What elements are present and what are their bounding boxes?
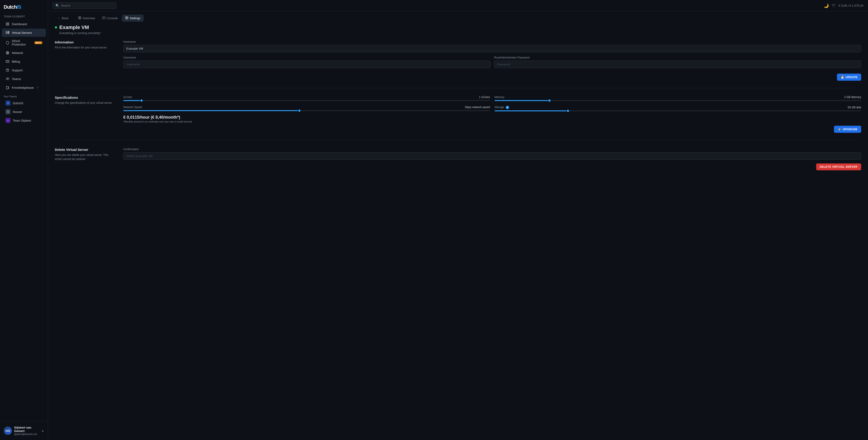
ddos-badge: Beta — [34, 41, 42, 44]
team-avatar-dutchis — [5, 100, 10, 106]
logo: DutchIS — [0, 0, 48, 13]
specs-desc: Change the specifications of your virtua… — [55, 101, 114, 105]
svg-point-13 — [8, 78, 9, 79]
sidebar-item-support[interactable]: Support — [2, 66, 46, 74]
specs-section-info: Specifications Change the specifications… — [55, 95, 114, 133]
price-main: € 0,0115/hour (€ 8,40/month*) — [123, 115, 861, 120]
password-group: Root/Administrator Password — [494, 56, 861, 68]
specifications-section: Specifications Change the specifications… — [55, 95, 861, 133]
svg-rect-17 — [79, 18, 80, 19]
sidebar-item-dashboard[interactable]: Dashboard — [2, 20, 46, 28]
teams-icon — [5, 77, 9, 81]
book-icon — [5, 86, 9, 90]
user-name: Gijsbert van Gemert — [14, 426, 39, 433]
sidebar-item-label: Dashboard — [12, 22, 27, 26]
topbar: 🔍 🌙 🛡 € 0,00 / € 1.075,24 — [48, 0, 868, 11]
avatar: GG — [4, 427, 12, 435]
network-label: Network Speed — [123, 106, 142, 109]
sidebar-bottom: GG Gijsbert van Gemert gijsbert@dutchis.… — [0, 421, 48, 440]
topbar-right: 🌙 🛡 € 0,00 / € 1.075,24 — [824, 3, 863, 8]
search-box[interactable]: 🔍 — [53, 2, 117, 9]
network-fill — [123, 110, 299, 111]
team-item-team-gijsbert[interactable]: TG Team Gijsbert — [2, 116, 46, 124]
dark-mode-button[interactable]: 🌙 — [824, 3, 829, 8]
storage-value: 50 GB disk — [848, 106, 861, 109]
network-slider[interactable] — [123, 110, 490, 111]
sidebar-item-billing[interactable]: Billing — [2, 57, 46, 66]
delete-section-info: Delete Virtual Server Here you can delet… — [55, 148, 114, 170]
sidebar: DutchIS Team Gijsbert Dashboard Virtual … — [0, 0, 48, 440]
storage-slider[interactable] — [495, 110, 861, 111]
sidebar-item-knowledgebase[interactable]: Knowledgebase ↗ — [2, 83, 46, 92]
support-icon — [5, 68, 9, 72]
dashboard-icon — [5, 22, 9, 26]
upgrade-icon: ⚡ — [838, 127, 841, 131]
tab-overview-label: Overview — [83, 17, 95, 20]
storage-thumb[interactable] — [566, 109, 569, 113]
globe-icon — [5, 51, 9, 55]
sidebar-item-network[interactable]: Network — [2, 49, 46, 57]
information-desc: Fill in the information for your virtual… — [55, 46, 114, 50]
billing-icon — [5, 59, 9, 63]
save-icon: 💾 — [841, 76, 844, 79]
overview-icon — [78, 16, 81, 20]
delete-button[interactable]: DELETE VIRTUAL SERVER — [816, 164, 861, 170]
team-item-dutchis[interactable]: DutchIS — [2, 99, 46, 107]
sections-container: Information Fill in the information for … — [48, 35, 868, 176]
vcores-thumb[interactable] — [140, 99, 143, 102]
sidebar-item-teams[interactable]: Teams — [2, 75, 46, 83]
sidebar-item-label: Network — [12, 51, 23, 55]
your-teams-label: Your Teams — [0, 93, 48, 99]
information-form: Hostname Username Root/Administrator Pas… — [123, 40, 861, 81]
tab-console-label: Console — [107, 17, 118, 20]
team-label: Team Gijsbert — [0, 13, 48, 19]
vcores-value: 1 vCores — [479, 95, 490, 99]
sidebar-item-ddos[interactable]: DDoS Protection Beta — [2, 37, 46, 48]
team-item-noxxer[interactable]: N Noxxer — [2, 108, 46, 116]
memory-thumb[interactable] — [548, 99, 551, 102]
team-avatar-noxxer: N — [5, 109, 10, 114]
price-note: *Monthly amount is an estimate and may v… — [123, 120, 861, 123]
back-button[interactable]: ← Back — [55, 15, 71, 21]
console-icon — [102, 16, 105, 20]
username-input[interactable] — [123, 61, 491, 68]
password-input[interactable] — [494, 61, 861, 68]
confirmation-input[interactable] — [123, 152, 861, 160]
credentials-row: Username Root/Administrator Password — [123, 56, 861, 72]
upgrade-button[interactable]: ⚡ UPGRADE — [834, 126, 861, 133]
memory-slider[interactable] — [495, 100, 861, 101]
tab-settings[interactable]: Settings — [122, 14, 144, 22]
network-value: Gbps network speed — [465, 106, 490, 109]
delete-section: Delete Virtual Server Here you can delet… — [55, 148, 861, 170]
vm-subtitle: Everything is running smoothly! — [59, 31, 861, 35]
svg-rect-9 — [6, 60, 9, 62]
memory-header: Memory 2 GB Memory — [495, 95, 861, 99]
specs-title: Specifications — [55, 95, 114, 99]
memory-label: Memory — [495, 95, 504, 99]
sidebar-item-label: Support — [12, 68, 23, 72]
credits-display: € 0,00 / € 1.075,24 — [839, 4, 863, 7]
sidebar-item-label: Billing — [12, 60, 20, 63]
vcores-row: vCores 1 vCores — [123, 95, 490, 101]
vm-status-row: Example VM — [55, 25, 861, 30]
update-button[interactable]: 💾 UPDATE — [837, 74, 861, 81]
svg-point-14 — [7, 102, 9, 103]
hostname-label: Hostname — [123, 40, 861, 43]
search-input[interactable] — [61, 4, 114, 7]
svg-rect-3 — [8, 24, 9, 25]
memory-row: Memory 2 GB Memory — [495, 95, 861, 101]
sidebar-item-virtual-servers[interactable]: Virtual Servers — [2, 29, 46, 37]
tab-console[interactable]: Console — [99, 14, 121, 22]
team-name-dutchis: DutchIS — [13, 101, 23, 105]
vm-tabs: Overview Console Settings — [75, 14, 144, 22]
vcores-slider[interactable] — [123, 100, 490, 101]
tab-overview[interactable]: Overview — [75, 14, 98, 22]
hostname-input[interactable] — [123, 45, 861, 52]
information-section: Information Fill in the information for … — [55, 40, 861, 81]
storage-info-icon[interactable]: i — [506, 106, 509, 109]
network-thumb[interactable] — [298, 109, 301, 112]
user-info[interactable]: GG Gijsbert van Gemert gijsbert@dutchis.… — [2, 424, 46, 437]
update-label: UPDATE — [846, 76, 858, 79]
sidebar-item-label: Teams — [12, 77, 21, 81]
divider-1 — [62, 88, 854, 88]
